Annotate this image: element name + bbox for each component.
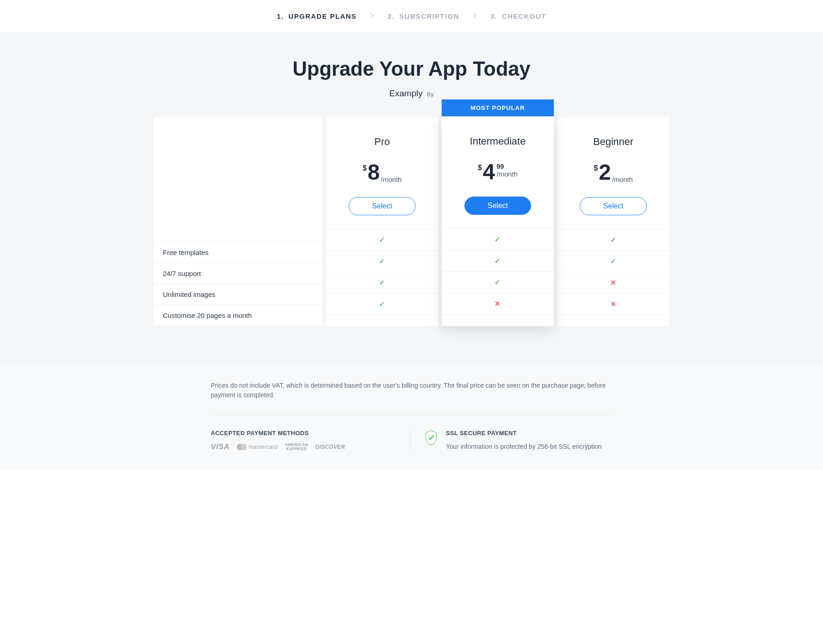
- accepted-payment-heading: ACCEPTED PAYMENT METHODS: [211, 430, 399, 436]
- check-icon: ✓: [379, 236, 385, 244]
- amex-icon: AMERICAN EXPRESS: [285, 443, 308, 451]
- feature-cell: ✓: [326, 251, 438, 272]
- plan-column-beginner: Beginner $ 2 /month Select ✓ ✓ ✕ ✕: [557, 117, 669, 326]
- feature-cell: ✓: [442, 250, 553, 272]
- plan-column-intermediate: MOST POPULAR Intermediate $ 4 99 /month …: [442, 117, 553, 326]
- ssl-description: Your information is protected by 256-bit…: [446, 443, 602, 450]
- feature-cell: ✓: [557, 229, 669, 251]
- page-title: Upgrade Your App Today: [154, 57, 669, 80]
- check-icon: ✓: [379, 279, 385, 287]
- select-pro-button[interactable]: Select: [349, 197, 415, 215]
- currency-symbol: $: [363, 164, 367, 172]
- feature-labels-column: Free templates 24/7 support Unlimited im…: [154, 117, 323, 326]
- ssl-section: SSL SECURE PAYMENT Your information is p…: [424, 430, 613, 451]
- plan-name: Intermediate: [451, 135, 544, 147]
- cross-icon: ✕: [610, 279, 616, 287]
- price-amount: 8: [368, 161, 380, 183]
- check-icon: ✓: [495, 257, 500, 265]
- check-icon: ✓: [610, 257, 616, 265]
- feature-cell: ✕: [442, 293, 553, 315]
- feature-label: 24/7 support: [154, 263, 323, 284]
- currency-symbol: $: [594, 164, 598, 172]
- plan-name: Beginner: [567, 136, 660, 148]
- currency-symbol: $: [478, 164, 482, 172]
- price-period: /month: [497, 170, 518, 178]
- app-subtitle: Examply By: [154, 88, 669, 99]
- price-period: /month: [612, 176, 633, 183]
- check-icon: ✓: [379, 300, 385, 308]
- by-label: By: [427, 91, 433, 98]
- pricing-grid: Free templates 24/7 support Unlimited im…: [154, 117, 669, 326]
- step-checkout[interactable]: 3. CHECKOUT: [490, 12, 547, 20]
- feature-cell: ✓: [442, 272, 553, 293]
- chevron-right-icon: [473, 12, 477, 20]
- plan-price: $ 8 /month: [335, 161, 429, 183]
- check-icon: ✓: [610, 236, 616, 244]
- step-subscription[interactable]: 2. SUBSCRIPTION: [388, 12, 459, 20]
- step-number: 3.: [490, 12, 498, 20]
- feature-cell: ✓: [557, 251, 669, 272]
- check-icon: ✓: [495, 278, 500, 286]
- shield-check-icon: [424, 430, 438, 446]
- feature-cell: ✕: [557, 294, 669, 315]
- price-cents: 99: [497, 163, 504, 170]
- feature-label: Customise 20 pages a month: [154, 305, 323, 326]
- step-label: SUBSCRIPTION: [399, 12, 459, 20]
- step-number: 2.: [388, 12, 395, 20]
- ssl-heading: SSL SECURE PAYMENT: [446, 430, 602, 436]
- plan-name: Pro: [335, 136, 429, 148]
- step-label: CHECKOUT: [502, 12, 546, 20]
- price-amount: 2: [599, 161, 611, 183]
- step-upgrade-plans[interactable]: 1. UPGRADE PLANS: [277, 12, 357, 20]
- cross-icon: ✕: [610, 300, 616, 308]
- feature-cell: ✕: [557, 272, 669, 294]
- vat-disclaimer: Prices do not include VAT, which is dete…: [211, 381, 612, 415]
- feature-cell: ✓: [442, 229, 553, 250]
- discover-icon: DISCOVER: [315, 444, 345, 450]
- feature-label: Free templates: [154, 242, 323, 263]
- checkout-stepper: 1. UPGRADE PLANS 2. SUBSCRIPTION 3. CHEC…: [0, 0, 823, 32]
- price-amount: 4: [483, 161, 495, 183]
- visa-icon: VISA: [211, 443, 229, 451]
- check-icon: ✓: [379, 257, 385, 265]
- chevron-right-icon: [370, 12, 374, 20]
- check-icon: ✓: [495, 235, 500, 244]
- plan-column-pro: Pro $ 8 /month Select ✓ ✓ ✓ ✓: [326, 117, 438, 326]
- feature-cell: ✓: [326, 272, 438, 294]
- plan-price: $ 2 /month: [567, 161, 660, 183]
- step-label: UPGRADE PLANS: [288, 12, 357, 20]
- price-period: /month: [381, 176, 402, 183]
- cross-icon: ✕: [495, 300, 500, 308]
- select-beginner-button[interactable]: Select: [580, 197, 646, 215]
- plan-price: $ 4 99 /month: [451, 161, 544, 183]
- mastercard-icon: mastercard: [237, 444, 277, 450]
- select-intermediate-button[interactable]: Select: [464, 197, 531, 215]
- payment-methods-section: ACCEPTED PAYMENT METHODS VISA mastercard…: [211, 430, 411, 451]
- feature-cell: ✓: [326, 294, 438, 315]
- page-footer: Prices do not include VAT, which is dete…: [0, 363, 823, 469]
- step-number: 1.: [277, 12, 284, 20]
- feature-cell: ✓: [326, 229, 438, 251]
- most-popular-badge: MOST POPULAR: [442, 99, 553, 116]
- app-name: Examply: [389, 88, 422, 98]
- feature-label: Unlimited images: [154, 284, 323, 305]
